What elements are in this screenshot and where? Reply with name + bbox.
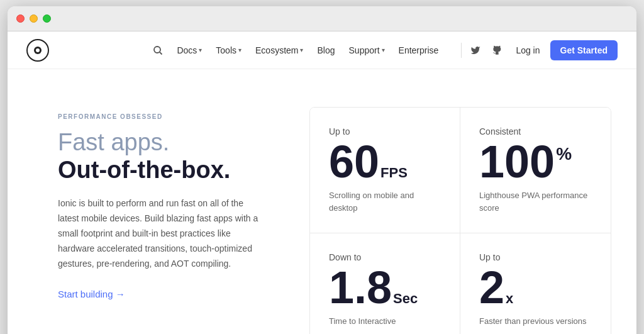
stat-speed-number: 2 x bbox=[479, 265, 592, 310]
twitter-icon[interactable] bbox=[467, 42, 484, 59]
stat-fps-unit: FPS bbox=[380, 165, 408, 181]
chevron-down-icon: ▾ bbox=[382, 47, 385, 53]
navbar: Docs ▾ Tools ▾ Ecosystem ▾ Blog Support … bbox=[8, 31, 636, 69]
stat-lighthouse-number: 100 % bbox=[479, 139, 592, 184]
browser-window: Docs ▾ Tools ▾ Ecosystem ▾ Blog Support … bbox=[8, 6, 636, 334]
login-button[interactable]: Log in bbox=[511, 43, 545, 58]
stat-fps-value: 60 bbox=[329, 139, 379, 184]
stat-tti-label: Down to bbox=[329, 252, 441, 262]
stat-lighthouse-value: 100 bbox=[479, 139, 555, 184]
stat-tti-value: 1.8 bbox=[329, 265, 392, 310]
hero-section: Performance Obsessed Fast apps. Out-of-t… bbox=[58, 107, 284, 334]
stat-speed-value: 2 bbox=[479, 265, 504, 310]
stat-tti-unit: Sec bbox=[393, 291, 418, 307]
logo[interactable] bbox=[26, 39, 49, 62]
svg-point-2 bbox=[36, 48, 40, 52]
stat-fps-label: Up to bbox=[329, 126, 441, 136]
get-started-button[interactable]: Get Started bbox=[550, 40, 618, 60]
hero-description: Ionic is built to perform and run fast o… bbox=[58, 196, 265, 271]
close-button[interactable] bbox=[16, 14, 25, 23]
nav-divider bbox=[461, 43, 462, 58]
nav-blog[interactable]: Blog bbox=[312, 43, 340, 58]
nav-social bbox=[467, 42, 506, 59]
chevron-down-icon: ▾ bbox=[238, 47, 242, 53]
stat-speed-unit: x bbox=[506, 291, 513, 307]
stat-fps-number: 60 FPS bbox=[329, 139, 441, 184]
stats-grid: Up to 60 FPS Scrolling on mobile and des… bbox=[309, 107, 611, 334]
nav-tools[interactable]: Tools ▾ bbox=[211, 43, 247, 58]
stat-lighthouse-label: Consistent bbox=[479, 126, 592, 136]
search-button[interactable] bbox=[148, 43, 168, 58]
titlebar bbox=[8, 6, 636, 31]
maximize-button[interactable] bbox=[43, 14, 51, 23]
stat-speed: Up to 2 x Faster than previous versions bbox=[460, 233, 611, 334]
stat-fps: Up to 60 FPS Scrolling on mobile and des… bbox=[310, 108, 460, 233]
stat-speed-label: Up to bbox=[479, 252, 592, 262]
stat-tti: Down to 1.8 Sec Time to Interactive bbox=[310, 233, 460, 334]
main-content: Performance Obsessed Fast apps. Out-of-t… bbox=[8, 69, 636, 334]
stat-speed-desc: Faster than previous versions bbox=[479, 315, 592, 328]
hero-title-light: Fast apps. bbox=[58, 129, 284, 157]
stat-fps-desc: Scrolling on mobile and desktop bbox=[329, 189, 441, 214]
hero-tagline: Performance Obsessed bbox=[58, 113, 284, 120]
svg-point-3 bbox=[154, 47, 160, 53]
minimize-button[interactable] bbox=[30, 14, 38, 23]
chevron-down-icon: ▾ bbox=[199, 47, 202, 53]
nav-enterprise[interactable]: Enterprise bbox=[394, 43, 444, 58]
stat-lighthouse-unit: % bbox=[556, 144, 572, 164]
stat-lighthouse-desc: Lighthouse PWA performance score bbox=[479, 189, 592, 214]
chevron-down-icon: ▾ bbox=[300, 47, 303, 53]
github-icon[interactable] bbox=[488, 42, 506, 59]
stat-tti-number: 1.8 Sec bbox=[329, 265, 441, 310]
hero-cta-link[interactable]: Start building → bbox=[58, 289, 284, 299]
nav-ecosystem[interactable]: Ecosystem ▾ bbox=[250, 43, 308, 58]
nav-links: Docs ▾ Tools ▾ Ecosystem ▾ Blog Support … bbox=[148, 43, 443, 58]
nav-support[interactable]: Support ▾ bbox=[344, 43, 390, 58]
svg-line-4 bbox=[160, 52, 162, 55]
stat-lighthouse: Consistent 100 % Lighthouse PWA performa… bbox=[460, 108, 611, 233]
nav-docs[interactable]: Docs ▾ bbox=[172, 43, 207, 58]
hero-title-bold: Out-of-the-box. bbox=[58, 157, 284, 184]
stat-tti-desc: Time to Interactive bbox=[329, 315, 441, 328]
